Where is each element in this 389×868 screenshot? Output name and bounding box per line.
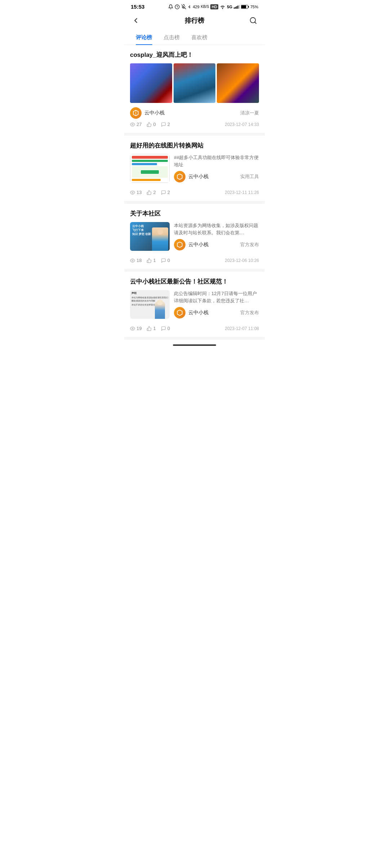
likes-stat: 1 bbox=[147, 258, 156, 263]
thumb-icon bbox=[147, 122, 152, 127]
views-count: 18 bbox=[137, 258, 142, 263]
author-name: 云中小栈 bbox=[144, 110, 165, 116]
svg-rect-9 bbox=[248, 6, 249, 8]
clock-icon bbox=[175, 4, 180, 9]
post-title: 云中小栈社区最新公告！社区规范！ bbox=[130, 277, 259, 286]
back-button[interactable] bbox=[130, 15, 142, 26]
avatar bbox=[174, 239, 185, 250]
status-icons: 429 KB/S HD 5G 75% bbox=[168, 4, 258, 9]
author-row: 云中小栈 官方发布 bbox=[174, 307, 259, 318]
search-button[interactable] bbox=[247, 15, 259, 26]
avatar bbox=[130, 107, 142, 119]
post-card[interactable]: cosplay_迎风而上吧！ bbox=[124, 45, 265, 136]
author-name: 云中小栈 bbox=[188, 241, 209, 248]
stats-left: 19 1 0 bbox=[130, 326, 170, 331]
views-stat: 27 bbox=[130, 122, 142, 127]
author-info: 云中小栈 bbox=[130, 107, 165, 119]
views-stat: 19 bbox=[130, 326, 142, 331]
eye-icon bbox=[130, 122, 135, 127]
likes-count: 1 bbox=[153, 258, 156, 263]
svg-rect-6 bbox=[239, 5, 240, 8]
post-image-1 bbox=[130, 63, 172, 103]
svg-rect-4 bbox=[236, 6, 237, 9]
post-thumbnail: 声明 本站为网络收集资源如侵权请联系我们删除感谢您的支持与理解 本站不承担任何连… bbox=[130, 290, 170, 319]
bluetooth-icon bbox=[188, 4, 191, 9]
status-time: 15:53 bbox=[131, 4, 144, 10]
svg-rect-5 bbox=[237, 5, 238, 9]
author-row: 云中小栈 清凉一夏 bbox=[130, 107, 259, 119]
likes-stat: 1 bbox=[147, 326, 156, 331]
post-body: 声明 本站为网络收集资源如侵权请联系我们删除感谢您的支持与理解 本站不承担任何连… bbox=[130, 290, 259, 321]
post-title: 关于本社区 bbox=[130, 209, 259, 218]
network-speed: 429 bbox=[193, 5, 199, 9]
top-navigation: 排行榜 bbox=[124, 12, 265, 31]
battery-icon bbox=[241, 5, 249, 9]
views-stat: 13 bbox=[130, 190, 142, 195]
home-indicator bbox=[173, 344, 216, 346]
post-image-3 bbox=[217, 63, 259, 103]
post-excerpt: 本站资源多为网络收集，如涉及版权问题请及时与站长联系。我们会在第… bbox=[174, 222, 259, 236]
post-excerpt: 此公告编辑时间：12月7日请每一位用户详细阅读以下条款，若您违反了社… bbox=[174, 290, 259, 304]
svg-line-11 bbox=[255, 22, 256, 23]
author-row: 云中小栈 实用工具 bbox=[174, 171, 259, 182]
comments-stat: 2 bbox=[161, 190, 170, 195]
likes-stat: 2 bbox=[147, 190, 156, 195]
post-title: cosplay_迎风而上吧！ bbox=[130, 51, 259, 59]
post-body: 云中小栈飞行下来知识 梦想 创新 本站资源多为网络收集，如涉及版权问题请及时与站… bbox=[130, 222, 259, 253]
stats-left: 27 0 2 bbox=[130, 122, 170, 127]
stats-left: 18 1 0 bbox=[130, 258, 170, 263]
stats-row: 18 1 0 2023-12-06 10:26 bbox=[130, 258, 259, 263]
category-tag: 官方发布 bbox=[240, 309, 259, 316]
notification-icon bbox=[168, 4, 173, 9]
post-excerpt-area: 本站资源多为网络收集，如涉及版权问题请及时与站长联系。我们会在第… 云中小栈 官… bbox=[174, 222, 259, 253]
comments-count: 0 bbox=[167, 326, 170, 331]
post-date: 2023-12-07 14:33 bbox=[225, 122, 259, 127]
post-card[interactable]: 云中小栈社区最新公告！社区规范！ 声明 本站为网络收集资源如侵权请联系我们删除感… bbox=[124, 272, 265, 340]
stats-left: 13 2 2 bbox=[130, 190, 170, 195]
post-card[interactable]: 超好用的在线图片转换网站 ##超多小工具功能在线即可体验非常方便地址 bbox=[124, 136, 265, 204]
comments-count: 0 bbox=[167, 258, 170, 263]
author-row: 云中小栈 官方发布 bbox=[174, 239, 259, 250]
svg-rect-2 bbox=[234, 7, 234, 8]
battery-percent: 75% bbox=[250, 5, 258, 9]
comment-icon bbox=[161, 122, 166, 127]
tab-bar: 评论榜 点击榜 喜欢榜 bbox=[124, 31, 265, 45]
network-speed-unit: KB/S bbox=[201, 5, 209, 9]
post-date: 2023-12-11 11:26 bbox=[225, 190, 259, 195]
avatar bbox=[174, 171, 185, 182]
tab-comment[interactable]: 评论榜 bbox=[130, 31, 158, 45]
svg-point-12 bbox=[132, 124, 133, 125]
likes-stat: 0 bbox=[147, 122, 156, 127]
signal-icon bbox=[234, 5, 240, 9]
author-info: 云中小栈 bbox=[174, 171, 209, 182]
hd-badge: HD bbox=[210, 4, 218, 9]
category-tag: 清凉一夏 bbox=[240, 110, 259, 116]
avatar bbox=[174, 307, 185, 318]
likes-count: 2 bbox=[153, 190, 156, 195]
tab-like[interactable]: 喜欢榜 bbox=[185, 31, 213, 45]
status-bar: 15:53 429 KB/S HD 5G 75% bbox=[124, 0, 265, 12]
content-area: cosplay_迎风而上吧！ bbox=[124, 45, 265, 340]
post-image-2 bbox=[174, 63, 216, 103]
tab-click[interactable]: 点击榜 bbox=[158, 31, 185, 45]
post-card[interactable]: 关于本社区 云中小栈飞行下来知识 梦想 创新 本站资源多为网络收集，如涉及版权问… bbox=[124, 204, 265, 272]
wifi-icon bbox=[220, 5, 225, 9]
post-body: ##超多小工具功能在线即可体验非常方便地址 云中小栈 实用工具 bbox=[130, 154, 259, 185]
svg-point-13 bbox=[132, 192, 133, 193]
author-name: 云中小栈 bbox=[188, 309, 209, 316]
author-name: 云中小栈 bbox=[188, 173, 209, 180]
post-excerpt-area: 此公告编辑时间：12月7日请每一位用户详细阅读以下条款，若您违反了社… 云中小栈… bbox=[174, 290, 259, 321]
comments-count: 2 bbox=[167, 122, 170, 127]
category-tag: 官方发布 bbox=[240, 241, 259, 248]
category-tag: 实用工具 bbox=[240, 173, 259, 180]
post-thumbnail: 云中小栈飞行下来知识 梦想 创新 bbox=[130, 222, 170, 251]
post-title: 超好用的在线图片转换网站 bbox=[130, 141, 259, 150]
svg-point-15 bbox=[132, 328, 133, 329]
svg-point-14 bbox=[132, 260, 133, 261]
post-excerpt: ##超多小工具功能在线即可体验非常方便地址 bbox=[174, 154, 259, 168]
comments-count: 2 bbox=[167, 190, 170, 195]
image-grid bbox=[130, 63, 259, 103]
views-stat: 18 bbox=[130, 258, 142, 263]
views-count: 19 bbox=[137, 326, 142, 331]
author-info: 云中小栈 bbox=[174, 307, 209, 318]
